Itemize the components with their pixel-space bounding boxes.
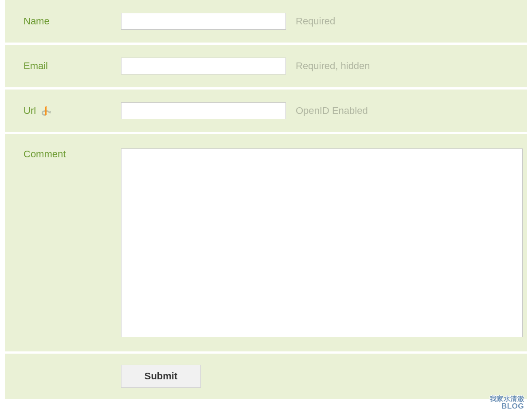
watermark: 我家水清澈 BLOG bbox=[490, 395, 524, 410]
email-hint: Required, hidden bbox=[296, 60, 370, 72]
email-row: Email Required, hidden bbox=[5, 45, 527, 90]
url-label: Url bbox=[23, 105, 121, 117]
name-hint: Required bbox=[296, 16, 335, 27]
watermark-line1: 我家水清澈 bbox=[490, 395, 524, 402]
submit-button[interactable]: Submit bbox=[121, 365, 201, 388]
url-hint: OpenID Enabled bbox=[296, 105, 368, 117]
comment-form: Name Required Email Required, hidden Url… bbox=[5, 0, 527, 401]
watermark-line2: BLOG bbox=[490, 402, 524, 410]
url-row: Url OpenID Enabled bbox=[5, 90, 527, 134]
url-label-text: Url bbox=[23, 105, 36, 117]
name-input[interactable] bbox=[121, 13, 286, 30]
email-label: Email bbox=[23, 60, 121, 72]
name-label: Name bbox=[23, 16, 121, 27]
submit-row: Submit bbox=[5, 354, 527, 401]
name-row: Name Required bbox=[5, 0, 527, 45]
openid-icon bbox=[40, 105, 51, 116]
email-input[interactable] bbox=[121, 58, 286, 74]
comment-textarea[interactable] bbox=[121, 148, 523, 337]
url-input[interactable] bbox=[121, 102, 286, 119]
comment-label: Comment bbox=[23, 148, 121, 160]
comment-row: Comment bbox=[5, 134, 527, 354]
